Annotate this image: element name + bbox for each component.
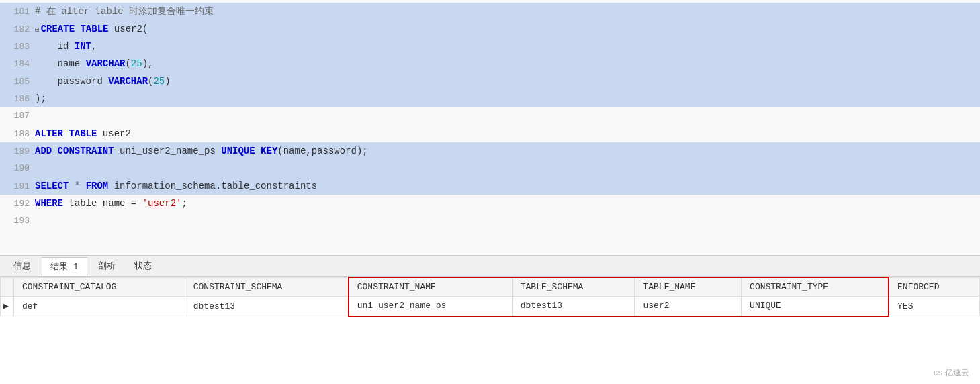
code-token: password bbox=[35, 76, 108, 87]
code-token: user2( bbox=[108, 23, 148, 34]
code-line-186: 186); bbox=[0, 90, 980, 107]
code-line-189: 189ADD CONSTRAINT uni_user2_name_ps UNIQ… bbox=[0, 142, 980, 160]
watermark-cs: CS bbox=[934, 369, 942, 377]
table-header: CONSTRAINT_CATALOGCONSTRAINT_SCHEMACONST… bbox=[1, 277, 980, 297]
code-token: CREATE TABLE bbox=[41, 23, 109, 34]
line-number: 187 bbox=[0, 107, 35, 125]
line-content: # 在 alter table 时添加复合唯一约束 bbox=[35, 3, 980, 20]
line-number: 188 bbox=[0, 126, 35, 143]
tab-信息[interactable]: 信息 bbox=[5, 257, 39, 275]
code-line-181: 181# 在 alter table 时添加复合唯一约束 bbox=[0, 3, 980, 20]
col-header-constraint_type: CONSTRAINT_TYPE bbox=[742, 277, 889, 297]
tabs-bar: 信息结果 1剖析状态 bbox=[0, 255, 980, 277]
code-line-182: 182⊟CREATE TABLE user2( bbox=[0, 20, 980, 38]
tab-结果 1[interactable]: 结果 1 bbox=[42, 257, 87, 276]
code-token: ), bbox=[142, 58, 154, 69]
line-number: 182 bbox=[0, 21, 35, 38]
line-content: id INT, bbox=[35, 38, 980, 55]
code-line-184: 184 name VARCHAR(25), bbox=[0, 55, 980, 73]
code-token: * bbox=[69, 181, 85, 191]
code-token: 25 bbox=[131, 58, 142, 69]
code-token: UNIQUE KEY bbox=[221, 146, 277, 156]
code-token: information_schema.table_constraints bbox=[108, 181, 317, 191]
col-header-constraint_catalog: CONSTRAINT_CATALOG bbox=[14, 277, 185, 297]
line-number: 181 bbox=[0, 3, 35, 21]
line-number: 192 bbox=[0, 195, 35, 213]
line-content: password VARCHAR(25) bbox=[35, 73, 980, 90]
code-line-192: 192WHERE table_name = 'user2'; bbox=[0, 195, 980, 212]
cell-enforced: YES bbox=[889, 297, 979, 316]
code-token: (name,password); bbox=[277, 146, 367, 156]
code-line-193: 193 bbox=[0, 212, 980, 230]
col-header-table_schema: TABLE_SCHEMA bbox=[512, 277, 635, 297]
code-token: 'user2' bbox=[142, 198, 182, 209]
collapse-icon[interactable]: ⊟ bbox=[35, 21, 40, 38]
line-number: 184 bbox=[0, 56, 35, 73]
code-line-188: 188ALTER TABLE user2 bbox=[0, 125, 980, 142]
cell-table_name: user2 bbox=[635, 297, 742, 316]
code-token: FROM bbox=[86, 181, 109, 191]
code-token: id bbox=[35, 41, 75, 52]
line-content: SELECT * FROM information_schema.table_c… bbox=[35, 177, 980, 195]
code-token: WHERE bbox=[35, 198, 63, 209]
results-table: CONSTRAINT_CATALOGCONSTRAINT_SCHEMACONST… bbox=[0, 277, 980, 317]
code-token: ADD CONSTRAINT bbox=[35, 146, 114, 156]
results-area: CONSTRAINT_CATALOGCONSTRAINT_SCHEMACONST… bbox=[0, 277, 980, 384]
code-token: ) bbox=[165, 76, 170, 87]
code-token: ; bbox=[181, 198, 187, 209]
code-line-187: 187 bbox=[0, 107, 980, 125]
code-token: user2 bbox=[97, 128, 130, 139]
code-token: ALTER TABLE bbox=[35, 128, 97, 139]
col-header-enforced: ENFORCED bbox=[889, 277, 979, 297]
line-number: 183 bbox=[0, 38, 35, 56]
line-number: 193 bbox=[0, 212, 35, 230]
table-body: ▶defdbtest13uni_user2_name_psdbtest13use… bbox=[1, 297, 980, 316]
code-token: # 在 alter table 时添加复合唯一约束 bbox=[35, 6, 214, 17]
line-content: CREATE TABLE user2( bbox=[41, 20, 980, 38]
watermark-brand: 亿速云 bbox=[945, 367, 969, 379]
line-content: ALTER TABLE user2 bbox=[35, 125, 980, 142]
code-line-190: 190 bbox=[0, 160, 980, 177]
tab-剖析[interactable]: 剖析 bbox=[90, 257, 124, 275]
line-number: 186 bbox=[0, 91, 35, 108]
line-number: 189 bbox=[0, 143, 35, 160]
table-row: ▶defdbtest13uni_user2_name_psdbtest13use… bbox=[1, 297, 980, 316]
watermark: CS 亿速云 bbox=[934, 367, 969, 379]
line-number: 190 bbox=[0, 160, 35, 177]
cell-constraint_type: UNIQUE bbox=[742, 297, 889, 316]
col-header-constraint_schema: CONSTRAINT_SCHEMA bbox=[185, 277, 349, 297]
code-line-183: 183 id INT, bbox=[0, 38, 980, 55]
code-line-185: 185 password VARCHAR(25) bbox=[0, 73, 980, 90]
code-token: ); bbox=[35, 93, 46, 104]
line-content: ADD CONSTRAINT uni_user2_name_ps UNIQUE … bbox=[35, 142, 980, 160]
cell-table_schema: dbtest13 bbox=[512, 297, 635, 316]
line-content: ); bbox=[35, 90, 980, 107]
code-token: INT bbox=[75, 41, 91, 52]
tab-状态[interactable]: 状态 bbox=[126, 257, 160, 275]
cell-constraint_name: uni_user2_name_ps bbox=[349, 297, 513, 316]
line-number: 191 bbox=[0, 178, 35, 195]
code-token: SELECT bbox=[35, 181, 69, 191]
line-content: name VARCHAR(25), bbox=[35, 55, 980, 73]
code-token: table_name = bbox=[63, 198, 142, 209]
code-token: , bbox=[91, 41, 97, 52]
code-token: ( bbox=[125, 58, 130, 69]
cell-constraint_schema: dbtest13 bbox=[185, 297, 349, 316]
line-content: WHERE table_name = 'user2'; bbox=[35, 195, 980, 212]
code-line-191: 191SELECT * FROM information_schema.tabl… bbox=[0, 177, 980, 195]
code-token: uni_user2_name_ps bbox=[114, 146, 222, 156]
code-editor: 181# 在 alter table 时添加复合唯一约束182⊟CREATE T… bbox=[0, 0, 980, 255]
line-number: 185 bbox=[0, 73, 35, 91]
code-token: VARCHAR bbox=[86, 58, 126, 69]
code-token: name bbox=[35, 58, 86, 69]
code-token: VARCHAR bbox=[108, 76, 148, 87]
col-header-constraint_name: CONSTRAINT_NAME bbox=[349, 277, 513, 297]
col-header-table_name: TABLE_NAME bbox=[635, 277, 742, 297]
cell-constraint_catalog: def bbox=[14, 297, 185, 316]
row-marker-header bbox=[1, 277, 14, 297]
row-marker: ▶ bbox=[1, 297, 14, 316]
code-token: 25 bbox=[153, 76, 165, 87]
